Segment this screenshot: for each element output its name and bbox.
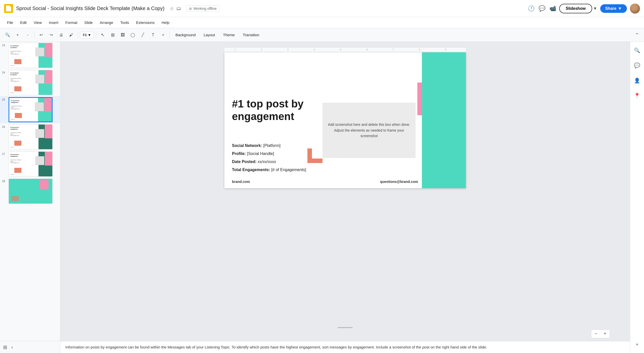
thumb-info-23: Social Network: PlatformProfile: ...Tota… [10,51,21,55]
profile-value: [Social Handle] [247,151,274,156]
menu-file[interactable]: File [4,19,16,26]
more-tool[interactable]: + [158,30,168,40]
zoom-controls: − + [591,330,610,338]
thumb-img-26 [35,129,44,138]
comment-icon[interactable]: 💬 [539,5,545,12]
slideshow-dropdown-icon[interactable]: ▼ [593,6,597,11]
shape-tool[interactable]: ◯ [128,30,137,40]
bottom-note-text: Information on posts by engagement can b… [65,345,487,349]
ruler-mark-6: 6 [367,48,368,51]
layout-button[interactable]: Layout [200,31,218,38]
chat-icon[interactable]: 💬 [633,61,642,70]
transition-button[interactable]: Transition [239,31,263,38]
history-icon[interactable]: 🕐 [528,5,535,12]
star-icon[interactable]: ☆ [170,6,174,12]
thumb-pink-27 [45,152,52,166]
slide-number-26: 26 [2,124,7,128]
ruler-mark-7: 7 [392,48,394,51]
add-icon[interactable]: + [633,340,642,349]
ruler-mark-2: 2 [261,48,262,51]
share-button[interactable]: Share ▼ [600,4,627,13]
grid-view-icon[interactable]: ⊞ [3,344,7,350]
explore-icon[interactable]: 🔍 [633,46,642,55]
slide-thumb-27: #3 top post byengagement Social Network:… [9,151,53,177]
slide-panel: 23 #2 contributorby follower Social Netw… [0,42,60,353]
slide-item-23[interactable]: 23 #2 contributorby follower Social Netw… [0,42,60,69]
thumb-text-23: #2 contributorby follower [10,45,19,48]
zoom-out-button[interactable]: - [23,30,32,40]
line-tool[interactable]: ╱ [138,30,147,40]
ruler-mark-8: 8 [419,48,420,51]
slide-canvas[interactable]: #1 top post by engagement Social Network… [224,52,466,188]
menu-insert[interactable]: Insert [46,19,61,26]
paint-format-button[interactable]: 🖌 [67,30,76,40]
menu-view[interactable]: View [31,19,45,26]
slide-thumb-24: #3 contributorby follower Social Network… [9,70,53,95]
slide-number-27: 27 [2,151,7,155]
slide-thumb-23: #2 contributorby follower Social Network… [9,43,53,68]
undo-button[interactable]: ↩ [36,30,46,40]
slide-item-25[interactable]: 25 #1 top post byengagement Social Netwo… [0,96,60,123]
user-avatar[interactable] [630,4,640,14]
thumb-pink-26 [45,125,52,138]
canvas-wrapper: 1 2 3 4 5 6 7 8 9 [60,42,630,341]
menu-help[interactable]: Help [158,19,172,26]
menu-tools[interactable]: Tools [117,19,132,26]
offline-icon: ⊘ [189,7,192,11]
theme-button[interactable]: Theme [220,31,238,38]
zoom-out-btn[interactable]: − [591,330,600,338]
text-tool[interactable]: T [148,30,157,40]
background-button[interactable]: Background [172,31,199,38]
slideshow-button[interactable]: Slideshow [559,4,592,13]
thumb-text-24: #3 contributorby follower [10,72,19,75]
collapse-toolbar-button[interactable]: ⌃ [633,31,641,39]
slide-main-title[interactable]: #1 top post by engagement [232,98,323,123]
thumb-coral-26 [14,141,21,146]
slide-item-26[interactable]: 26 #2 top post byengagement Social Netwo… [0,123,60,150]
zoom-in-button[interactable]: + [13,30,22,40]
thumb-info-26: Social Network: PlatformProfile: ...Tota… [10,132,21,136]
thumb-info-25: Social Network: PlatformProfile: ...Tota… [11,105,22,110]
image-tool[interactable]: 🖼 [118,30,127,40]
slide-info-block[interactable]: Social Network: [Platform] Profile: [Soc… [232,142,306,174]
thumb-pink-24 [45,70,52,84]
redo-button[interactable]: ↪ [47,30,56,40]
menu-format[interactable]: Format [62,19,80,26]
person-icon[interactable]: 👤 [633,76,642,85]
slide-number-28: 28 [2,179,7,183]
slide-placeholder-box[interactable]: Add screenshot here and delete this box … [323,103,416,158]
slide-title-line2: engagement [232,110,294,122]
horizontal-ruler: 1 2 3 4 5 6 7 8 9 [224,48,466,52]
search-button[interactable]: 🔍 [3,30,12,40]
maps-icon[interactable]: 📍 [633,91,642,100]
menu-slide[interactable]: Slide [81,19,96,26]
slide-pink-bar [417,83,422,115]
toolbar-divider-3 [96,31,96,38]
expand-panel-icon[interactable]: ‹ [11,344,13,350]
menu-extensions[interactable]: Extensions [133,19,157,26]
zoom-control[interactable]: Fit ▼ [80,32,94,38]
center-layout: 1 2 3 4 5 6 7 8 9 [60,42,630,353]
folder-icon[interactable]: 🗂 [176,6,181,11]
thumb-28-coral [11,196,19,201]
thumb-28-pink [40,180,49,189]
slide-item-24[interactable]: 24 #3 contributorby follower Social Netw… [0,69,60,96]
zoom-in-btn[interactable]: + [600,330,610,338]
app-icon-shape [6,6,11,12]
thumb-coral-24 [14,86,21,91]
video-icon[interactable]: 📹 [549,5,556,12]
slide-list: 23 #2 contributorby follower Social Netw… [0,42,60,341]
share-dropdown-icon: ▼ [618,6,622,11]
thumb-pink-23 [45,43,52,57]
print-button[interactable]: 🖨 [57,30,66,40]
slide-item-27[interactable]: 27 #3 top post byengagement Social Netwo… [0,150,60,178]
menu-edit[interactable]: Edit [17,19,30,26]
crop-tool[interactable]: ⊞ [108,30,117,40]
cursor-tool[interactable]: ↖ [98,30,107,40]
social-network-label: Social Network: [232,143,262,148]
profile-label: Profile: [232,151,246,156]
slide-item-28[interactable]: 28 [0,178,60,205]
canvas-scroll[interactable]: 1 2 3 4 5 6 7 8 9 [60,42,630,341]
app-icon[interactable] [4,4,13,13]
menu-arrange[interactable]: Arrange [97,19,116,26]
